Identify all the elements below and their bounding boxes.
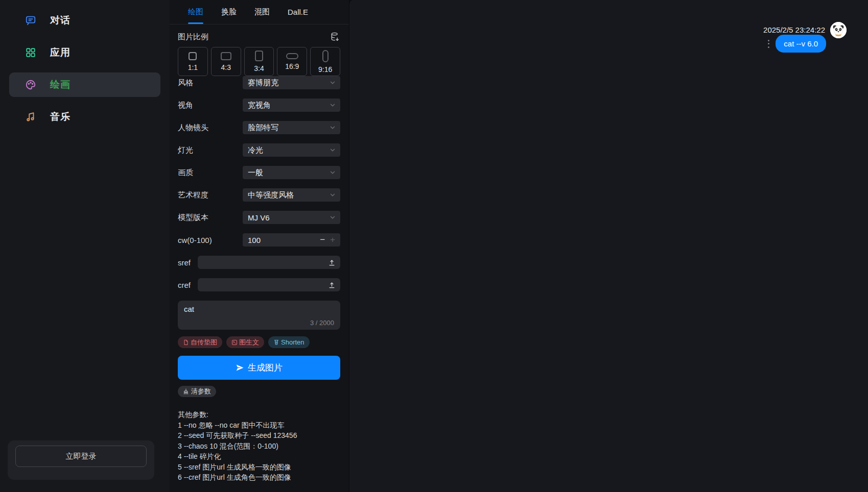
tab-dalle[interactable]: Dall.E bbox=[288, 0, 308, 24]
quality-select[interactable]: 一般 bbox=[243, 166, 340, 179]
music-icon bbox=[25, 111, 37, 123]
chevron-down-icon bbox=[329, 124, 336, 131]
prompt-input[interactable]: cat 3 / 2000 bbox=[178, 301, 340, 330]
other-params-help: 其他参数: 1 --no 忽略 --no car 图中不出现车 2 --seed… bbox=[178, 409, 340, 483]
cref-input[interactable] bbox=[198, 278, 340, 291]
style-select[interactable]: 赛博朋克 bbox=[243, 76, 340, 89]
sidebar-nav: 对话 应用 绘画 音乐 bbox=[0, 0, 170, 129]
sidebar-item-draw[interactable]: 绘画 bbox=[9, 72, 160, 97]
chevron-down-icon bbox=[329, 102, 336, 109]
help-line: 4 --tile 碎片化 bbox=[178, 451, 340, 462]
upload-icon[interactable] bbox=[328, 281, 336, 289]
grid-icon bbox=[25, 46, 37, 59]
style-label: 风格 bbox=[178, 78, 243, 88]
shorten-icon bbox=[273, 339, 279, 346]
help-line: 1 --no 忽略 --no car 图中不出现车 bbox=[178, 420, 340, 431]
chevron-down-icon bbox=[329, 146, 336, 154]
sref-input[interactable] bbox=[198, 256, 340, 269]
view-angle-label: 视角 bbox=[178, 101, 243, 110]
cw-label: cw(0-100) bbox=[178, 236, 243, 244]
help-line: 2 --seed 可先获取种子 --seed 123456 bbox=[178, 430, 340, 441]
sidebar: 对话 应用 绘画 音乐 立即登录 bbox=[0, 0, 170, 492]
character-shot-select[interactable]: 脸部特写 bbox=[243, 121, 340, 134]
sidebar-item-label: 绘画 bbox=[50, 78, 71, 91]
user-message-bubble[interactable]: cat --v 6.0 bbox=[776, 35, 826, 53]
clear-params-button[interactable]: 清参数 bbox=[178, 386, 216, 397]
login-card: 立即登录 bbox=[8, 440, 154, 480]
broom-icon bbox=[183, 388, 189, 395]
sidebar-item-label: 音乐 bbox=[50, 110, 71, 124]
prompt-tools: 自传垫图 图生文 Shorten bbox=[178, 336, 340, 348]
database-import-icon[interactable] bbox=[330, 32, 340, 42]
image-to-text-tag[interactable]: 图生文 bbox=[226, 336, 264, 348]
ratio-option-4-3[interactable]: 4:3 bbox=[211, 47, 241, 76]
ratio-section-label: 图片比例 bbox=[178, 32, 208, 42]
artistic-level-label: 艺术程度 bbox=[178, 190, 243, 200]
tab-blend[interactable]: 混图 bbox=[254, 0, 270, 24]
ratio-option-9-16[interactable]: 9:16 bbox=[310, 47, 340, 76]
char-counter: 3 / 2000 bbox=[310, 319, 334, 327]
chat-icon bbox=[25, 14, 37, 27]
lighting-select[interactable]: 冷光 bbox=[243, 143, 340, 157]
model-version-select[interactable]: MJ V6 bbox=[243, 211, 340, 224]
cw-stepper[interactable]: 100 − + bbox=[243, 233, 340, 247]
help-line: 5 --sref 图片url 生成风格一致的图像 bbox=[178, 462, 340, 473]
ratio-option-3-4[interactable]: 3:4 bbox=[244, 47, 274, 76]
tab-face-swap[interactable]: 换脸 bbox=[221, 0, 237, 24]
ratio-option-1-1[interactable]: 1:1 bbox=[178, 47, 208, 76]
chevron-down-icon bbox=[329, 79, 336, 86]
minus-icon[interactable]: − bbox=[317, 235, 327, 245]
login-button[interactable]: 立即登录 bbox=[15, 446, 147, 467]
square-shape-icon bbox=[189, 52, 197, 60]
chevron-down-icon bbox=[329, 169, 336, 176]
panel-content: 图片比例 1:1 4:3 3:4 bbox=[170, 31, 349, 483]
sidebar-item-apps[interactable]: 应用 bbox=[9, 40, 160, 65]
more-vertical-icon[interactable] bbox=[768, 40, 770, 48]
sidebar-item-chat[interactable]: 对话 bbox=[9, 8, 160, 33]
portrait-shape-icon bbox=[255, 51, 263, 61]
lighting-label: 灯光 bbox=[178, 145, 243, 155]
panel-tabs: 绘图 换脸 混图 Dall.E bbox=[170, 0, 349, 24]
send-icon bbox=[236, 363, 244, 372]
quality-label: 画质 bbox=[178, 168, 243, 178]
app-window: 对话 应用 绘画 音乐 立即登录 bbox=[0, 0, 868, 492]
tab-draw[interactable]: 绘图 bbox=[188, 0, 203, 24]
wide-shape-icon bbox=[286, 53, 298, 59]
generate-image-button[interactable]: 生成图片 bbox=[178, 356, 340, 380]
palette-icon bbox=[25, 79, 37, 91]
help-line: 3 --chaos 10 混合(范围：0-100) bbox=[178, 441, 340, 452]
pad-image-tag[interactable]: 自传垫图 bbox=[178, 336, 222, 348]
upload-icon[interactable] bbox=[328, 259, 336, 266]
help-title: 其他参数: bbox=[178, 409, 340, 420]
prompt-value: cat bbox=[184, 305, 334, 313]
sidebar-item-label: 应用 bbox=[50, 46, 71, 59]
panda-avatar bbox=[830, 22, 847, 38]
pad-image-icon bbox=[183, 339, 189, 346]
sidebar-item-music[interactable]: 音乐 bbox=[9, 105, 160, 129]
cw-value: 100 bbox=[248, 236, 317, 244]
chat-area: 2025/2/5 23:24:22 cat --v 6.0 bbox=[349, 0, 868, 492]
params-panel: 绘图 换脸 混图 Dall.E 图片比例 1:1 4:3 bbox=[170, 0, 349, 492]
sref-label: sref bbox=[178, 258, 198, 267]
sidebar-item-label: 对话 bbox=[50, 14, 71, 27]
message-timestamp: 2025/2/5 23:24:22 bbox=[763, 26, 825, 34]
artistic-level-select[interactable]: 中等强度风格 bbox=[243, 188, 340, 202]
plus-icon[interactable]: + bbox=[327, 235, 336, 245]
view-angle-select[interactable]: 宽视角 bbox=[243, 99, 340, 112]
chevron-down-icon bbox=[329, 214, 336, 221]
image-to-text-icon bbox=[231, 339, 238, 346]
chevron-down-icon bbox=[329, 191, 336, 199]
ratio-option-16-9[interactable]: 16:9 bbox=[277, 47, 307, 76]
character-shot-label: 人物镜头 bbox=[178, 123, 243, 133]
tall-shape-icon bbox=[322, 50, 329, 62]
shorten-tag[interactable]: Shorten bbox=[268, 336, 310, 348]
aspect-ratio-group: 1:1 4:3 3:4 16:9 9:16 bbox=[178, 47, 340, 76]
cref-label: cref bbox=[178, 281, 198, 289]
help-line: 6 --cref 图片url 生成角色一致的图像 bbox=[178, 472, 340, 483]
landscape-shape-icon bbox=[221, 52, 231, 60]
model-version-label: 模型版本 bbox=[178, 213, 243, 223]
